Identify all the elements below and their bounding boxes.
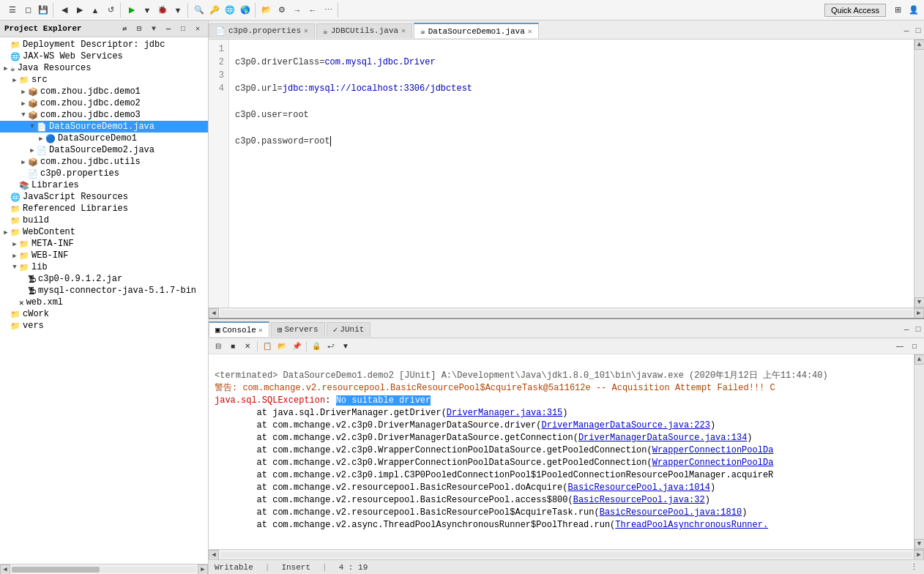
tab-close-btn[interactable]: ✕ [304,26,308,35]
bottom-hscroll-track[interactable] [220,552,912,558]
toolbar-btn-key[interactable]: 🔑 [207,3,222,18]
tree-item-libraries[interactable]: 📚 Libraries [0,179,208,191]
console-terminate-btn[interactable]: ■ [226,340,239,353]
link-brp-access[interactable]: BasicResourcePool.java:32 [573,495,705,505]
toolbar-btn-save[interactable]: 💾 [36,3,51,18]
bottom-vscroll-down[interactable]: ▼ [914,539,925,549]
bottom-hscroll-left[interactable]: ◀ [209,550,219,560]
tree-item-web-inf[interactable]: ▶ 📁 WEB-INF [0,250,208,261]
code-editor[interactable]: c3p0.driverClass=com.mysql.jdbc.Driver c… [229,40,914,308]
link-drivermanager[interactable]: DriverManager.java:315 [447,408,562,418]
explorer-close-btn[interactable]: ✕ [192,23,204,34]
toolbar-btn-search[interactable]: 🔍 [192,3,206,18]
toolbar-btn-nav[interactable]: ⋯ [321,3,335,18]
editor-vscroll-up[interactable]: ▲ [914,40,925,50]
toolbar-btn-arrow-left[interactable]: ← [305,3,320,18]
console-close-btn[interactable]: ✕ [258,326,263,335]
explorer-collapse-btn[interactable]: ⊟ [133,23,145,34]
console-scroll-lock-btn[interactable]: 🔒 [310,340,323,353]
left-hscroll-left[interactable]: ◀ [0,564,10,575]
editor-vscroll-down[interactable]: ▼ [914,297,925,308]
toolbar-btn-menu[interactable]: ☰ [5,3,20,18]
tree-item-jaxws[interactable]: 🌐 JAX-WS Web Services [0,51,208,62]
tree-item-lib[interactable]: ▼ 📁 lib [0,261,208,273]
tab-datasource1[interactable]: ☕ DataSourceDemo1.java ✕ [414,23,539,38]
toolbar-btn-arrow-right[interactable]: → [290,3,305,18]
editor-hscroll-right[interactable]: ▶ [914,308,924,318]
editor-minimize-btn[interactable]: — [901,25,912,37]
tree-item-cwork[interactable]: 📁 cWork [0,308,208,320]
bottom-minimize-btn[interactable]: — [901,324,912,335]
tree-item-webxml[interactable]: ✕ web.xml [0,297,208,308]
tree-item-js-resources[interactable]: 🌐 JavaScript Resources [0,191,208,203]
tab-close-btn[interactable]: ✕ [401,26,406,35]
link-tpar[interactable]: ThreadPoolAsynchronousRunner. [615,520,768,530]
link-brp-doacquire[interactable]: BasicResourcePool.java:1014 [567,482,709,493]
explorer-maximize-btn[interactable]: □ [177,23,189,34]
toolbar-btn-new[interactable]: ◻ [21,3,35,18]
tree-item-datasource1-class[interactable]: ▶ 🔵 DataSourceDemo1 [0,133,208,144]
bottom-vscroll-track[interactable] [914,365,924,539]
bottom-maximize-btn2[interactable]: □ [908,340,921,353]
left-hscroll-right[interactable]: ▶ [198,564,208,575]
tree-item-c3p0props[interactable]: 📄 c3p0.properties [0,168,208,179]
tab-servers[interactable]: ⊞ Servers [271,322,325,337]
toolbar-btn-perspective[interactable]: ⊞ [890,3,905,18]
tab-close-btn[interactable]: ✕ [528,27,532,36]
tree-item-utils[interactable]: ▶ 📦 com.zhou.jdbc.utils [0,156,208,168]
console-dropdown-btn[interactable]: ▼ [339,340,352,353]
tree-item-demo3[interactable]: ▼ 📦 com.zhou.jdbc.demo3 [0,109,208,121]
quick-access-button[interactable]: Quick Access [824,4,886,17]
explorer-menu-btn[interactable]: ▼ [148,23,160,34]
tree-item-deployment[interactable]: 📁 Deployment Descriptor: jdbc [0,39,208,51]
tree-item-src[interactable]: ▶ 📁 src [0,74,208,86]
editor-hscroll-left[interactable]: ◀ [209,308,219,318]
explorer-sync-btn[interactable]: ⇄ [119,23,130,34]
tree-item-datasource2[interactable]: ▶ 📄 DataSourceDemo2.java [0,144,208,156]
toolbar-btn-run[interactable]: ▶ [124,3,139,18]
tree-item-referenced[interactable]: 📁 Referenced Libraries [0,203,208,215]
bottom-minimize-btn2[interactable]: — [893,340,906,353]
toolbar-btn-fwd[interactable]: ▶ [72,3,87,18]
toolbar-btn-back[interactable]: ◀ [57,3,72,18]
toolbar-btn-refresh[interactable]: ↺ [103,3,118,18]
bottom-hscroll-right[interactable]: ▶ [914,550,924,560]
toolbar-btn-open[interactable]: 📂 [259,3,274,18]
toolbar-btn-workspace[interactable]: 👤 [906,3,921,18]
link-brp-run[interactable]: BasicResourcePool.java:1810 [600,507,742,518]
toolbar-btn-debug[interactable]: 🐞 [155,3,170,18]
tree-item-webcontent[interactable]: ▶ 📁 WebContent [0,226,208,238]
link-dmds-driver[interactable]: DriverManagerDataSource.java:223 [541,420,709,430]
bottom-maximize-btn[interactable]: □ [912,324,924,335]
tree-item-c3p0-jar[interactable]: 🗜 c3p0-0.9.1.2.jar [0,273,208,285]
tree-item-java-resources[interactable]: ▶ ☕ Java Resources [0,62,208,74]
toolbar-btn-run-dropdown[interactable]: ▼ [140,3,154,18]
toolbar-btn-up[interactable]: ▲ [88,3,103,18]
console-open-btn[interactable]: 📂 [275,340,288,353]
link-wcpds-2[interactable]: WrapperConnectionPoolDa [652,458,774,468]
console-newconsole-btn[interactable]: 📋 [261,340,274,353]
tab-jdbcutils[interactable]: ☕ JDBCUtils.java ✕ [316,23,412,38]
console-remove-btn[interactable]: ✕ [241,340,254,353]
tab-console[interactable]: ▣ Console ✕ [209,321,269,337]
console-wordwrap-btn[interactable]: ⮐ [324,340,338,353]
toolbar-btn-debug-dropdown[interactable]: ▼ [171,3,185,18]
explorer-minimize-btn[interactable]: — [163,23,174,34]
editor-maximize-btn[interactable]: □ [912,25,924,37]
toolbar-btn-settings[interactable]: ⚙ [275,3,289,18]
editor-hscroll-track[interactable] [220,310,912,316]
tree-item-datasource1[interactable]: ▼ 📄 DataSourceDemo1.java [0,121,208,133]
console-pin-btn[interactable]: 📌 [290,340,303,353]
tree-item-build[interactable]: 📁 build [0,215,208,226]
link-dmds-getconn[interactable]: DriverManagerDataSource.java:134 [578,433,747,443]
tree-item-demo2[interactable]: ▶ 📦 com.zhou.jdbc.demo2 [0,97,208,109]
tree-item-vers[interactable]: 📁 vers [0,320,208,332]
tree-item-meta-inf[interactable]: ▶ 📁 META-INF [0,238,208,250]
tree-item-demo1[interactable]: ▶ 📦 com.zhou.jdbc.demo1 [0,86,208,97]
bottom-vscroll-up[interactable]: ▲ [914,354,925,365]
left-hscroll-track[interactable] [12,567,196,573]
editor-vscroll-track[interactable] [914,50,924,297]
tab-junit[interactable]: ✓ JUnit [327,322,371,337]
console-clear-btn[interactable]: ⊟ [212,340,225,353]
link-wcpds-1[interactable]: WrapperConnectionPoolDa [652,445,774,455]
